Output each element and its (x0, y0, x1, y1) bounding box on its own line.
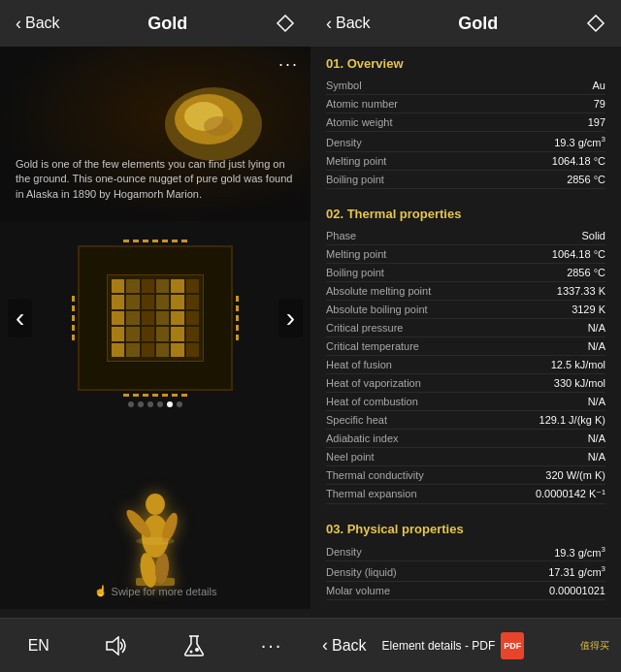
prop-label-t-melting: Melting point (326, 248, 552, 260)
prop-value-heat-combustion: N/A (588, 396, 605, 407)
carousel-prev-button[interactable]: ‹ (8, 299, 32, 337)
pin (123, 394, 129, 397)
prop-value-specific-heat: 129.1 J/(kg K) (539, 414, 605, 426)
chip-cell (142, 295, 154, 308)
right-back-button[interactable]: ‹ Back (326, 14, 371, 34)
prop-row-thermal-expansion: Thermal expansion 0.0000142 K⁻¹ (326, 485, 605, 504)
prop-label-critical-temp: Critical temperature (326, 340, 588, 352)
right-footer-back-label: Back (332, 637, 367, 655)
prop-label-abs-melting: Absolute melting point (326, 285, 557, 297)
prop-row-adiabatic: Adiabatic index N/A (326, 430, 605, 448)
right-panel: ‹ Back Gold 01. Overview Symbol Au Atomi… (310, 0, 621, 672)
right-footer-chevron: ‹ (322, 635, 328, 656)
prop-row-specific-heat: Specific heat 129.1 J/(kg K) (326, 411, 605, 430)
swipe-hint: ☝ Swipe for more details (94, 585, 217, 597)
prop-label-symbol: Symbol (326, 80, 593, 91)
chip-cell (171, 279, 183, 293)
flask-button[interactable] (176, 626, 212, 665)
chip-cell (171, 311, 183, 325)
prop-label-thermal-expansion: Thermal expansion (326, 488, 536, 499)
pin (152, 394, 158, 397)
chip-cell (112, 327, 124, 340)
prop-value-critical-temp: N/A (588, 340, 605, 352)
language-button[interactable]: EN (20, 629, 57, 662)
pin (143, 240, 148, 242)
prop-row-symbol: Symbol Au (326, 77, 605, 95)
prop-label-atomic-weight: Atomic weight (326, 116, 588, 128)
carousel-dot-5[interactable] (167, 401, 173, 407)
prop-value-adiabatic: N/A (588, 432, 605, 444)
left-back-button[interactable]: ‹ Back (16, 14, 60, 34)
right-footer-back-button[interactable]: ‹ Back (322, 635, 367, 656)
pin (181, 240, 187, 242)
prop-row-critical-temp: Critical temperature N/A (326, 337, 605, 356)
chip-pins-right (236, 296, 239, 340)
chip-cell (156, 295, 169, 308)
pdf-label: Element details - PDF (382, 639, 496, 653)
chip-cell (156, 343, 169, 357)
prop-row-melting-point: Melting point 1064.18 °C (326, 152, 605, 171)
carousel-dot-4[interactable] (157, 401, 163, 407)
prop-value-thermal-expansion: 0.0000142 K⁻¹ (536, 488, 605, 500)
prop-row-atomic-number: Atomic number 79 (326, 95, 605, 113)
chip-cell (142, 327, 154, 340)
carousel-dot-3[interactable] (147, 401, 153, 407)
prop-row-density: Density 19.3 g/cm3 (326, 132, 605, 152)
pin-v (72, 296, 75, 302)
prop-value-t-boiling: 2856 °C (567, 267, 605, 278)
carousel-dot-6[interactable] (177, 401, 182, 407)
prop-label-critical-pressure: Critical pressure (326, 322, 588, 334)
chip-pins-top (123, 240, 187, 242)
chip-cell (186, 279, 199, 293)
chip-cell (156, 327, 169, 340)
left-panel: ‹ Back Gold ··· Gold is one of the few e… (0, 0, 310, 672)
pin (152, 240, 158, 242)
nugget-description: Gold is one of the few elements you can … (16, 157, 295, 202)
right-footer-watermark: 值得买 (580, 639, 609, 653)
right-content: 01. Overview Symbol Au Atomic number 79 … (310, 47, 621, 618)
svg-point-15 (190, 650, 193, 653)
prop-row-neel: Neel point N/A (326, 448, 605, 466)
prop-value-abs-melting: 1337.33 K (557, 285, 605, 297)
prop-value-abs-boiling: 3129 K (572, 304, 605, 315)
sound-button[interactable] (97, 628, 136, 663)
prop-row-molar-volume: Molar volume 0.00001021 (326, 582, 605, 600)
prop-row-abs-boiling: Absolute boiling point 3129 K (326, 301, 605, 319)
carousel-dot-2[interactable] (138, 401, 144, 407)
chip-cell (142, 279, 154, 293)
chip-cell (126, 295, 139, 308)
prop-label-phys-density: Density (326, 546, 554, 558)
prop-value-symbol: Au (593, 80, 605, 91)
chip-cell (186, 343, 199, 357)
overview-table: Symbol Au Atomic number 79 Atomic weight… (310, 77, 621, 197)
prop-label-boiling-point: Boiling point (326, 174, 567, 185)
chip-cell (126, 343, 139, 357)
carousel-dot-1[interactable] (128, 401, 134, 407)
nugget-image: ··· Gold is one of the few elements you … (0, 47, 310, 221)
right-back-chevron: ‹ (326, 14, 332, 34)
more-options-button[interactable]: ··· (278, 54, 299, 75)
pin-v (236, 335, 239, 340)
prop-value-thermal-conductivity: 320 W/(m K) (545, 469, 605, 481)
left-back-label: Back (25, 15, 60, 32)
prop-row-atomic-weight: Atomic weight 197 (326, 113, 605, 132)
thermal-section-header: 02. Thermal properties (310, 197, 621, 227)
prop-value-heat-fusion: 12.5 kJ/mol (551, 359, 605, 370)
pin (133, 240, 139, 242)
prop-value-t-melting: 1064.18 °C (552, 248, 605, 260)
pin (123, 240, 129, 242)
carousel-next-button[interactable]: › (278, 299, 303, 337)
prop-row-thermal-conductivity: Thermal conductivity 320 W/(m K) (326, 466, 605, 485)
prop-value-atomic-weight: 197 (588, 116, 605, 128)
flask-icon (183, 634, 205, 657)
prop-label-heat-fusion: Heat of fusion (326, 359, 551, 370)
chip-cell (186, 327, 199, 340)
pdf-button[interactable]: Element details - PDF PDF (382, 632, 525, 659)
pin (162, 394, 168, 397)
sound-icon (105, 636, 128, 656)
more-footer-button[interactable]: ··· (253, 626, 291, 664)
prop-value-phase: Solid (582, 230, 605, 241)
chip-cell (112, 311, 124, 325)
chip-cell (171, 295, 183, 308)
prop-label-molar-volume: Molar volume (326, 585, 549, 596)
